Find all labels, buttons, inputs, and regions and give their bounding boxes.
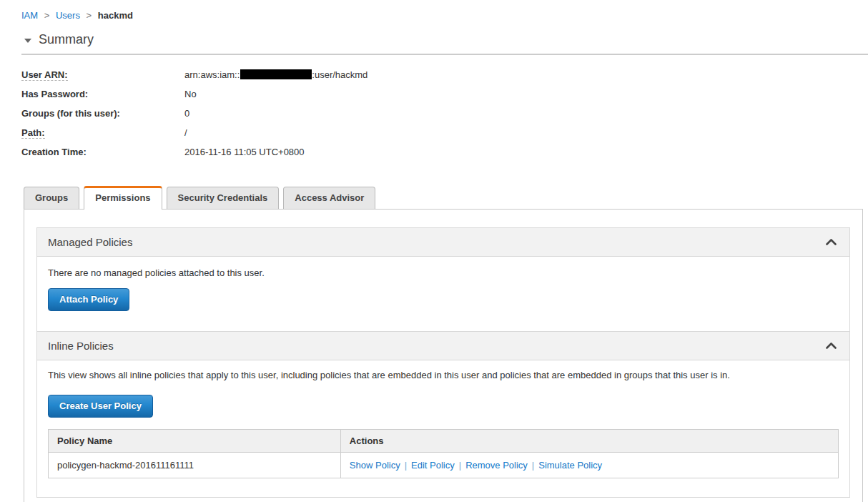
path-value: /	[184, 123, 187, 142]
action-separator: |	[405, 460, 407, 471]
chevron-up-icon[interactable]	[826, 343, 837, 349]
path-label: Path:	[21, 123, 184, 142]
policy-name-cell: policygen-hackmd-201611161111	[49, 453, 341, 478]
inline-policies-header[interactable]: Inline Policies	[37, 332, 849, 360]
user-arn-label: User ARN:	[21, 65, 184, 84]
action-separator: |	[532, 460, 534, 471]
tab-access-advisor[interactable]: Access Advisor	[283, 187, 375, 209]
policy-name-column-header: Policy Name	[49, 430, 341, 453]
breadcrumb: IAM > Users > hackmd	[21, 10, 863, 21]
inline-policies-body: This view shows all inline policies that…	[37, 360, 849, 497]
edit-policy-link[interactable]: Edit Policy	[411, 460, 455, 471]
managed-policies-header[interactable]: Managed Policies	[37, 228, 849, 257]
iam-user-page: IAM > Users > hackmd Summary User ARN: a…	[0, 0, 868, 502]
summary-fields: User ARN: arn:aws:iam:::user/hackmd Has …	[21, 65, 863, 162]
has-password-value: No	[184, 84, 197, 104]
inline-policies-section: Inline Policies This view shows all inli…	[36, 331, 850, 498]
collapse-triangle-icon	[24, 39, 31, 43]
permissions-tab-panel: Managed Policies There are no managed po…	[24, 209, 863, 502]
attach-policy-button[interactable]: Attach Policy	[48, 288, 129, 311]
summary-row-creation-time: Creation Time: 2016-11-16 11:05 UTC+0800	[21, 142, 863, 162]
simulate-policy-link[interactable]: Simulate Policy	[538, 460, 602, 471]
summary-title: Summary	[39, 32, 94, 47]
inline-policies-table: Policy Name Actions policygen-hackmd-201…	[48, 429, 839, 478]
tabs-container: Groups Permissions Security Credentials …	[24, 186, 863, 502]
inline-policies-description: This view shows all inline policies that…	[48, 370, 839, 380]
tab-strip: Groups Permissions Security Credentials …	[24, 186, 863, 209]
tab-groups[interactable]: Groups	[24, 187, 79, 209]
chevron-up-icon[interactable]	[826, 239, 837, 245]
has-password-label: Has Password:	[21, 84, 184, 104]
creation-time-label: Creation Time:	[21, 142, 184, 162]
breadcrumb-separator: >	[44, 10, 50, 21]
actions-column-header: Actions	[340, 430, 838, 453]
policy-table-header-row: Policy Name Actions	[49, 430, 839, 453]
managed-policies-title: Managed Policies	[48, 236, 132, 248]
create-user-policy-button[interactable]: Create User Policy	[48, 395, 153, 418]
groups-count-label: Groups (for this user):	[21, 104, 184, 123]
managed-policies-empty-message: There are no managed policies attached t…	[48, 267, 839, 278]
policy-table-row: policygen-hackmd-201611161111 Show Polic…	[49, 453, 839, 478]
managed-policies-body: There are no managed policies attached t…	[37, 257, 849, 331]
inline-policies-title: Inline Policies	[48, 340, 114, 352]
breadcrumb-current-user: hackmd	[98, 10, 133, 21]
tab-security-credentials[interactable]: Security Credentials	[167, 187, 280, 209]
policy-actions-cell: Show Policy|Edit Policy|Remove Policy|Si…	[340, 453, 838, 478]
user-arn-value: arn:aws:iam:::user/hackmd	[184, 65, 368, 84]
remove-policy-link[interactable]: Remove Policy	[465, 460, 528, 471]
breadcrumb-separator: >	[87, 10, 92, 21]
summary-row-user-arn: User ARN: arn:aws:iam:::user/hackmd	[21, 65, 863, 84]
breadcrumb-link-iam[interactable]: IAM	[21, 10, 38, 21]
summary-row-path: Path: /	[21, 123, 863, 142]
summary-row-has-password: Has Password: No	[21, 84, 863, 104]
breadcrumb-link-users[interactable]: Users	[56, 10, 80, 21]
managed-policies-section: Managed Policies There are no managed po…	[36, 227, 850, 332]
tab-permissions[interactable]: Permissions	[84, 186, 162, 210]
groups-count-value: 0	[184, 104, 189, 123]
summary-row-groups: Groups (for this user): 0	[21, 104, 863, 123]
action-separator: |	[459, 460, 461, 471]
redacted-account-id	[240, 69, 312, 79]
creation-time-value: 2016-11-16 11:05 UTC+0800	[184, 142, 305, 162]
summary-section-header[interactable]: Summary	[21, 32, 868, 55]
show-policy-link[interactable]: Show Policy	[350, 460, 400, 471]
